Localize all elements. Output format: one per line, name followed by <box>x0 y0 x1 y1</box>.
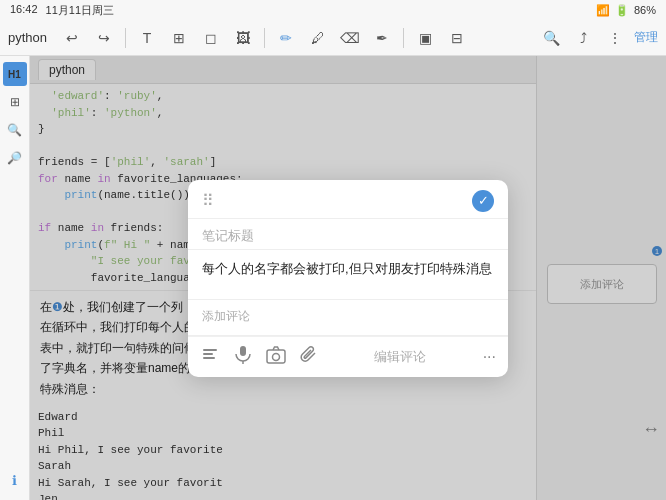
modal-header: ⠿ ✓ <box>188 180 508 219</box>
image-button[interactable]: 🖼 <box>230 25 256 51</box>
info-icon: ℹ <box>12 473 17 488</box>
svg-rect-3 <box>240 346 246 356</box>
status-bar: 16:42 11月11日周三 📶 🔋 86% <box>0 0 666 20</box>
modal-footer-icons <box>200 345 318 369</box>
undo-button[interactable]: ↩ <box>59 25 85 51</box>
sidebar-search-button[interactable]: 🔍 <box>3 118 27 142</box>
manage-button[interactable]: 管理 <box>634 29 658 46</box>
date: 11月11日周三 <box>46 3 114 18</box>
drag-icon: ⠿ <box>202 191 214 210</box>
modal-close-button[interactable]: ✓ <box>472 190 494 212</box>
layers-icon: ⊞ <box>10 95 20 109</box>
modal-title-field[interactable]: 笔记标题 <box>188 219 508 250</box>
status-right: 📶 🔋 86% <box>596 4 656 17</box>
edit-comment-button[interactable]: 编辑评论 <box>366 346 434 368</box>
more-options-button[interactable]: ··· <box>483 348 496 366</box>
pen-button[interactable]: ✏ <box>273 25 299 51</box>
sep3 <box>403 28 404 48</box>
toolbar: python ↩ ↪ T ⊞ ◻ 🖼 ✏ 🖊 ⌫ ✒ ▣ ⊟ 🔍 ⤴ ⋮ 管理 <box>0 20 666 56</box>
sign-button[interactable]: ✒ <box>369 25 395 51</box>
text-button[interactable]: T <box>134 25 160 51</box>
magnify-icon: 🔎 <box>7 151 22 165</box>
left-sidebar: H1 ⊞ 🔍 🔎 ℹ <box>0 56 30 500</box>
svg-point-6 <box>273 353 280 360</box>
search-icon: 🔍 <box>7 123 22 137</box>
sep1 <box>125 28 126 48</box>
box-button[interactable]: ▣ <box>412 25 438 51</box>
grid-button[interactable]: ⊟ <box>444 25 470 51</box>
sidebar-layers-button[interactable]: ⊞ <box>3 90 27 114</box>
note-modal: ⠿ ✓ 笔记标题 每个人的名字都会被打印,但只对朋友打印特殊消息 添加评论 <box>188 180 508 377</box>
modal-add-comment-field[interactable]: 添加评论 <box>188 300 508 336</box>
app-name: python <box>8 30 47 45</box>
modal-overlay: ⠿ ✓ 笔记标题 每个人的名字都会被打印,但只对朋友打印特殊消息 添加评论 <box>30 56 666 500</box>
time: 16:42 <box>10 3 38 18</box>
sep2 <box>264 28 265 48</box>
sidebar-h1-button[interactable]: H1 <box>3 62 27 86</box>
status-left: 16:42 11月11日周三 <box>10 3 114 18</box>
svg-rect-1 <box>203 353 213 355</box>
eraser-button[interactable]: ⌫ <box>337 25 363 51</box>
modal-body-text[interactable]: 每个人的名字都会被打印,但只对朋友打印特殊消息 <box>188 250 508 300</box>
shape-button[interactable]: ◻ <box>198 25 224 51</box>
redo-button[interactable]: ↪ <box>91 25 117 51</box>
h1-label: H1 <box>8 69 21 80</box>
more-button[interactable]: ⋮ <box>602 25 628 51</box>
attachment-icon-button[interactable] <box>300 345 318 369</box>
add-comment-placeholder: 添加评论 <box>202 309 250 323</box>
svg-rect-0 <box>203 349 217 351</box>
share-button[interactable]: ⤴ <box>570 25 596 51</box>
camera-icon-button[interactable] <box>266 346 286 368</box>
checkmark-icon: ✓ <box>478 193 489 208</box>
main-layout: H1 ⊞ 🔍 🔎 ℹ python 'edward': 'ruby', 'p <box>0 56 666 500</box>
svg-rect-2 <box>203 357 215 359</box>
sidebar-info-button[interactable]: ℹ <box>3 468 27 492</box>
battery-icon: 🔋 <box>615 4 629 17</box>
battery-level: 86% <box>634 4 656 16</box>
mic-icon-button[interactable] <box>234 345 252 369</box>
toolbar-right: 🔍 ⤴ ⋮ 管理 <box>538 25 658 51</box>
table-button[interactable]: ⊞ <box>166 25 192 51</box>
highlight-button[interactable]: 🖊 <box>305 25 331 51</box>
modal-footer: 编辑评论 ··· <box>188 336 508 377</box>
wifi-icon: 📶 <box>596 4 610 17</box>
search-toolbar-button[interactable]: 🔍 <box>538 25 564 51</box>
modal-title-placeholder: 笔记标题 <box>202 228 254 243</box>
content-area: python 'edward': 'ruby', 'phil': 'python… <box>30 56 666 500</box>
modal-body-content: 每个人的名字都会被打印,但只对朋友打印特殊消息 <box>202 261 492 276</box>
script-icon-button[interactable] <box>200 345 220 369</box>
sidebar-magnify-button[interactable]: 🔎 <box>3 146 27 170</box>
